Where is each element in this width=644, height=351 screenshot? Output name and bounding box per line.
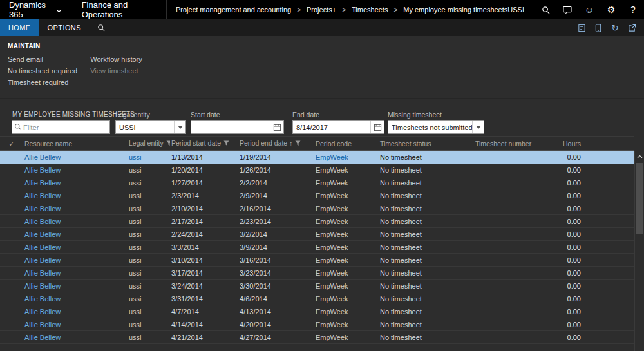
row-select-cell[interactable]: [0, 215, 23, 228]
message-center-icon[interactable]: [573, 19, 590, 36]
scrollbar-thumb[interactable]: [636, 163, 643, 234]
col-header-period-code[interactable]: Period code: [314, 137, 379, 151]
resource-name-link[interactable]: Allie Bellew: [24, 192, 61, 200]
resource-name-link[interactable]: Allie Bellew: [24, 218, 61, 225]
calendar-icon[interactable]: [270, 121, 283, 133]
end-date-field[interactable]: 8/14/2017: [292, 120, 384, 134]
table-row[interactable]: Allie Bellew ussi 4/14/2014 4/20/2014 Em…: [0, 318, 634, 331]
table-row[interactable]: Allie Bellew ussi 2/17/2014 2/23/2014 Em…: [0, 215, 634, 228]
row-select-cell[interactable]: [0, 331, 23, 344]
table-row[interactable]: Allie Bellew ussi 4/7/2014 4/13/2014 Emp…: [0, 305, 634, 318]
scroll-up-icon[interactable]: [635, 151, 644, 162]
smiley-icon[interactable]: ☺: [578, 0, 600, 19]
table-row[interactable]: Allie Bellew ussi 3/24/2014 3/30/2014 Em…: [0, 280, 634, 292]
row-select-cell[interactable]: [0, 292, 23, 305]
row-select-cell[interactable]: [0, 318, 23, 331]
legal-entity-cell: ussi: [128, 292, 170, 305]
vertical-scrollbar[interactable]: [634, 151, 644, 351]
action-send-email[interactable]: Send email: [8, 55, 77, 63]
row-select-cell[interactable]: [0, 228, 23, 241]
refresh-icon[interactable]: ↻: [607, 19, 623, 36]
resource-name-link[interactable]: Allie Bellew: [24, 308, 61, 316]
breadcrumb-item[interactable]: My employee missing timesheets: [403, 6, 507, 14]
help-icon[interactable]: ?: [622, 0, 644, 19]
breadcrumb-item[interactable]: Project management and accounting: [176, 6, 291, 14]
col-header-period-end[interactable]: Period end date↑: [238, 137, 314, 151]
settings-gear-icon[interactable]: ⚙: [600, 0, 622, 19]
col-header-legal-entity[interactable]: Legal entity: [128, 137, 170, 151]
table-row[interactable]: Allie Bellew ussi 3/3/2014 3/9/2014 EmpW…: [0, 241, 634, 254]
period-end-cell: 4/27/2014: [238, 331, 314, 344]
ribbon-search-icon[interactable]: [90, 19, 113, 36]
resource-name-link[interactable]: Allie Bellew: [24, 243, 61, 251]
resource-name-link[interactable]: Allie Bellew: [24, 334, 61, 341]
table-row[interactable]: Allie Bellew ussi 3/17/2014 3/23/2014 Em…: [0, 267, 634, 280]
table-row[interactable]: Allie Bellew ussi 2/24/2014 3/2/2014 Emp…: [0, 228, 634, 241]
row-select-cell[interactable]: [0, 280, 23, 292]
table-row[interactable]: Allie Bellew ussi 1/27/2014 2/2/2014 Emp…: [0, 176, 634, 189]
search-icon[interactable]: [535, 0, 556, 19]
resource-name-link[interactable]: Allie Bellew: [24, 321, 61, 328]
col-header-timesheet-number[interactable]: Timesheet number: [474, 137, 546, 151]
table-row[interactable]: Allie Bellew ussi 4/21/2014 4/27/2014 Em…: [0, 331, 634, 344]
product-name[interactable]: Finance and Operations: [71, 0, 166, 19]
tab-options[interactable]: OPTIONS: [39, 19, 90, 36]
row-select-cell[interactable]: [0, 202, 23, 215]
action-workflow-history[interactable]: Workflow history: [90, 55, 147, 63]
filter-input[interactable]: [23, 124, 108, 131]
row-select-cell[interactable]: [0, 305, 23, 318]
tab-home[interactable]: HOME: [0, 19, 39, 36]
resource-name-link[interactable]: Allie Bellew: [24, 282, 61, 290]
table-row[interactable]: Allie Bellew ussi 3/31/2014 4/6/2014 Emp…: [0, 292, 634, 305]
table-row[interactable]: Allie Bellew ussi 1/20/2014 1/26/2014 Em…: [0, 164, 634, 176]
table-row[interactable]: Allie Bellew ussi 3/10/2014 3/16/2014 Em…: [0, 254, 634, 267]
app-launcher-button[interactable]: Dynamics 365: [0, 0, 71, 19]
row-select-cell[interactable]: [0, 241, 23, 254]
breadcrumb-item[interactable]: Projects+: [307, 6, 336, 14]
popout-icon[interactable]: [623, 19, 640, 36]
calendar-icon[interactable]: [370, 121, 384, 133]
table-row[interactable]: Allie Bellew ussi 2/3/2014 2/9/2014 EmpW…: [0, 189, 634, 202]
resource-name-link[interactable]: Allie Bellew: [24, 153, 61, 161]
resource-name-link[interactable]: Allie Bellew: [24, 269, 61, 277]
resource-name-link[interactable]: Allie Bellew: [24, 166, 61, 174]
resource-name-link[interactable]: Allie Bellew: [24, 179, 61, 187]
row-select-cell[interactable]: [0, 151, 23, 164]
legal-entity-select[interactable]: USSI: [115, 120, 186, 134]
action-view-timesheet: View timesheet: [90, 67, 147, 75]
action-timesheet-required[interactable]: Timesheet required: [8, 79, 77, 86]
row-select-cell[interactable]: [0, 254, 23, 267]
row-select-cell[interactable]: [0, 267, 23, 280]
legal-entity-cell: ussi: [128, 151, 170, 164]
timesheet-number-cell: [474, 241, 546, 254]
col-header-period-start[interactable]: Period start date: [170, 137, 238, 151]
action-no-timesheet-required[interactable]: No timesheet required: [8, 67, 77, 75]
chevron-down-icon[interactable]: [174, 121, 185, 133]
col-header-hours[interactable]: Hours: [546, 137, 586, 151]
select-all-header[interactable]: ✓: [0, 137, 23, 151]
breadcrumb-item[interactable]: Timesheets: [352, 6, 388, 14]
row-select-cell[interactable]: [0, 164, 23, 176]
table-row[interactable]: Allie Bellew ussi 1/13/2014 1/19/2014 Em…: [0, 151, 634, 164]
hours-cell: 0.00: [546, 331, 586, 344]
start-date-field[interactable]: [191, 120, 284, 134]
timesheet-status-cell: No timesheet: [379, 164, 474, 176]
resource-name-link[interactable]: Allie Bellew: [24, 205, 61, 213]
device-preview-icon[interactable]: [590, 19, 607, 36]
row-select-cell[interactable]: [0, 189, 23, 202]
table-row[interactable]: Allie Bellew ussi 2/10/2014 2/16/2014 Em…: [0, 202, 634, 215]
col-header-resource-name[interactable]: Resource name: [23, 137, 128, 151]
grid-body: Allie Bellew ussi 1/13/2014 1/19/2014 Em…: [0, 151, 634, 344]
period-start-cell: 3/10/2014: [170, 254, 238, 267]
row-select-cell[interactable]: [0, 176, 23, 189]
legal-entity-cell: ussi: [128, 164, 170, 176]
company-picker[interactable]: USSI: [507, 6, 524, 14]
missing-timesheet-select[interactable]: Timesheets not submitted: [388, 120, 484, 134]
resource-name-link[interactable]: Allie Bellew: [24, 295, 61, 303]
resource-name-link[interactable]: Allie Bellew: [24, 231, 61, 238]
resource-name-link[interactable]: Allie Bellew: [24, 256, 61, 264]
feedback-icon[interactable]: [556, 0, 578, 19]
quick-filter: [12, 120, 110, 134]
chevron-down-icon[interactable]: [472, 121, 484, 133]
col-header-timesheet-status[interactable]: Timesheet status: [379, 137, 474, 151]
